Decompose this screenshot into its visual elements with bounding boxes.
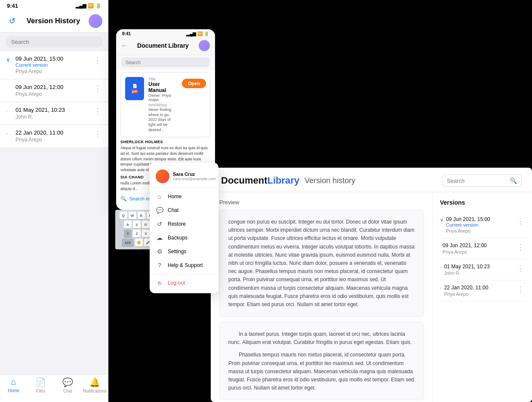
phone-version-item[interactable]: › 22 Jan 2020, 11:00 Priya Arepo ⋮	[0, 125, 108, 147]
overlay-search-input[interactable]	[121, 58, 210, 67]
phone-avatar[interactable]	[89, 14, 102, 28]
phone-time: 9:41	[7, 3, 18, 9]
side-menu-item-help[interactable]: ? Help & Support	[150, 258, 218, 272]
overlay-open-button[interactable]: Open	[182, 79, 206, 88]
more-options-icon[interactable]: ⋮	[93, 129, 102, 139]
side-menu-logout-label: Log-out	[168, 280, 185, 286]
home-icon: ⌂	[156, 193, 163, 200]
more-options-icon[interactable]: ⋮	[516, 285, 525, 294]
key-s[interactable]: S	[133, 221, 141, 228]
side-menu-user-email: sara.cruz@example.com	[173, 177, 216, 181]
dv-item-left: ∨ 09 Jun 2021, 15:00 Current version Pri…	[440, 216, 490, 233]
overlay-doc-owner: Owner: Priya Arapo	[148, 93, 178, 102]
files-icon: 📄	[35, 377, 46, 387]
key-a[interactable]: A	[124, 221, 132, 228]
side-menu-item-settings[interactable]: ⚙ Settings	[150, 245, 218, 258]
more-options-icon[interactable]: ⋮	[93, 84, 102, 93]
desktop-version-item[interactable]: 09 Jun 2021, 12:00 Priya Arepo ⋮	[440, 238, 525, 259]
phone-nav-chat[interactable]: 💬 Chat	[54, 377, 81, 393]
overlay-signal-icon: ▂▄▆	[186, 31, 196, 36]
overlay-doc-desc: Never finding where to go, 2022 days of …	[148, 107, 178, 132]
more-options-icon[interactable]: ⋮	[516, 264, 525, 273]
key-x[interactable]: X	[142, 230, 150, 237]
chevron-right-icon: ›	[6, 107, 12, 114]
desktop-preview-card-1: congue non purus eu suscipit. Integer eu…	[219, 210, 424, 317]
side-menu: Sara Cruz sara.cruz@example.com ⌂ Home 💬…	[150, 163, 218, 293]
dv-info: 01 May 2021, 10:23 John R.	[444, 264, 490, 276]
side-menu-user-info: Sara Cruz sara.cruz@example.com	[150, 166, 218, 188]
key-shift[interactable]: ⇧	[124, 230, 132, 237]
key-w[interactable]: W	[129, 212, 136, 219]
phone-version-item-left: › 22 Jan 2020, 11:00 Priya Arepo	[6, 129, 63, 143]
more-options-icon[interactable]: ⋮	[516, 216, 525, 226]
more-options-icon[interactable]: ⋮	[93, 55, 102, 65]
side-menu-logout-button[interactable]: ⎋ Log-out	[150, 276, 218, 290]
phone-bottom-nav: ⌂ Home 📄 Files 💬 Chat 🔔 Notifications	[0, 374, 108, 402]
phone-version-date: 09 Jun 2021, 15:00	[15, 55, 63, 62]
doc-file-icon: 📄 pdf	[125, 77, 144, 100]
phone-status-bar: 9:41 ▂▄▆ 🛜 🔋	[0, 0, 108, 11]
dv-user: Priya Arepo	[443, 249, 487, 255]
overlay-status-icons: ▂▄▆ 🛜 🔋	[186, 31, 209, 36]
phone-nav-home[interactable]: ⌂ Home	[0, 377, 27, 393]
key-d[interactable]: D	[142, 221, 150, 228]
desktop-version-item[interactable]: › 01 May 2021, 10:23 John R. ⋮	[440, 259, 525, 280]
overlay-wifi-icon: 🛜	[197, 31, 203, 36]
desktop-versions-title: Versions	[440, 199, 525, 206]
desktop-body: Preview congue non purus eu suscipit. In…	[211, 192, 532, 402]
desktop-search-input[interactable]	[447, 178, 507, 184]
overlay-chat-sherlock-name: SHERLOCK HOLMES	[120, 140, 211, 144]
phone-version-item[interactable]: ∨ 09 Jun 2021, 15:00 Current version Pri…	[0, 51, 108, 79]
chevron-right-icon: ›	[440, 264, 442, 270]
more-options-icon[interactable]: ⋮	[93, 107, 102, 116]
key-e[interactable]: E	[138, 212, 145, 219]
phone-back-button[interactable]: ↺	[6, 15, 18, 27]
key-emoji[interactable]: 🙂	[135, 239, 143, 246]
phone-nav-notifications[interactable]: 🔔 Notifications	[81, 377, 108, 393]
desktop-logo: DocumentLibrary	[221, 175, 299, 186]
more-options-icon[interactable]: ⋮	[516, 242, 525, 252]
logout-icon: ⎋	[156, 279, 163, 286]
overlay-avatar[interactable]	[199, 40, 210, 51]
desktop-preview-text-1: congue non purus eu suscipit. Integer eu…	[228, 218, 415, 309]
desktop-version-item[interactable]: › 22 Jan 2020, 11:00 Priya Arepo ⋮	[440, 280, 525, 301]
side-menu-item-chat[interactable]: 💬 Chat	[150, 203, 218, 217]
desktop-preview-text-3: Phasellus tempus mauris non metus placer…	[228, 351, 415, 392]
side-menu-item-restore[interactable]: ↺ Restore	[150, 217, 218, 231]
overlay-title-label: Title	[148, 77, 178, 81]
dv-item-left: 09 Jun 2021, 12:00 Priya Arepo	[440, 242, 487, 255]
dv-date: 01 May 2021, 10:23	[444, 264, 490, 270]
phone-version-item[interactable]: › 01 May 2021, 10:23 John R. ⋮	[0, 102, 108, 125]
desktop-search-wrap: 🔍	[442, 175, 522, 187]
phone-nav-files[interactable]: 📄 Files	[27, 377, 54, 393]
logo-library: Library	[268, 175, 300, 186]
restore-icon: ↺	[156, 221, 163, 227]
phone-search-input[interactable]	[6, 36, 102, 48]
key-123[interactable]: 123	[122, 239, 134, 246]
side-menu-chat-label: Chat	[168, 207, 178, 213]
side-menu-item-backups[interactable]: ☁ Backups	[150, 231, 218, 245]
dv-user: Priya Arepo	[446, 228, 490, 233]
desktop-header-title: Version history	[304, 176, 355, 185]
desktop-version-item[interactable]: ∨ 09 Jun 2021, 15:00 Current version Pri…	[440, 212, 525, 238]
side-menu-item-home[interactable]: ⌂ Home	[150, 190, 218, 203]
key-z[interactable]: Z	[133, 230, 141, 237]
desktop-header: DocumentLibrary Version history 🔍	[211, 168, 532, 192]
side-menu-user-details: Sara Cruz sara.cruz@example.com	[173, 172, 216, 181]
desktop-preview-label: Preview	[219, 199, 424, 206]
dv-date: 09 Jun 2021, 15:00	[446, 216, 490, 222]
overlay-doc-title: User Manual	[148, 81, 178, 93]
overlay-back-button[interactable]: ←	[121, 42, 127, 49]
phone-version-date: 09 Jun 2021, 12:00	[15, 84, 63, 90]
phone-version-user: Priya Arepo	[15, 91, 63, 97]
phone-version-item[interactable]: 09 Jun 2021, 12:00 Priya Arepo ⋮	[0, 80, 108, 102]
desktop-preview-card-2: In a laoreet purus. Integer turpis quam,…	[219, 322, 424, 400]
desktop-preview-text-2: In a laoreet purus. Integer turpis quam,…	[228, 330, 415, 347]
desktop-panel: DocumentLibrary Version history 🔍 Previe…	[211, 168, 532, 402]
logo-document: Document	[221, 175, 268, 186]
key-q[interactable]: Q	[120, 212, 127, 219]
phone-version-item-left: 09 Jun 2021, 12:00 Priya Arepo	[6, 84, 63, 97]
pdf-badge: pdf	[131, 89, 138, 93]
phone-version-user: Priya Arepo	[15, 68, 63, 74]
phone-version-info: 22 Jan 2020, 11:00 Priya Arepo	[15, 129, 63, 143]
